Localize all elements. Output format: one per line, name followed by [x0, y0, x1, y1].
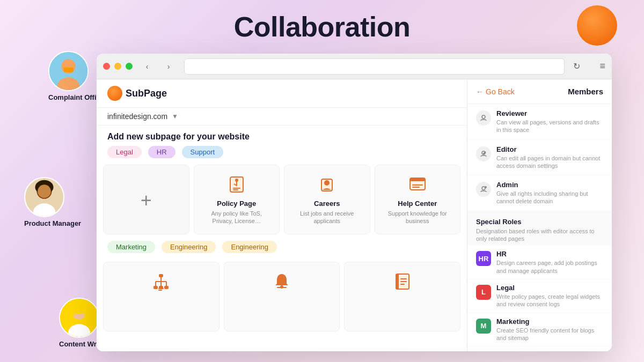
menu-button[interactable]: ≡ — [599, 61, 605, 72]
browser-content: SubPage infinitedesign.com ▼ Add new sub… — [97, 79, 612, 351]
traffic-light-red[interactable] — [103, 63, 110, 70]
marketing-desc: Create SEO friendly content for blogs an… — [496, 327, 603, 342]
svg-rect-25 — [159, 274, 163, 277]
editor-desc: Can edit all pages in domain but cannot … — [496, 154, 603, 170]
legal-icon: L — [476, 285, 491, 300]
hr-icon: HR — [476, 251, 491, 266]
hr-name: HR — [496, 250, 603, 258]
svg-rect-26 — [153, 286, 158, 289]
browser-chrome: ‹ › ↻ ≡ — [97, 54, 612, 79]
special-roles-header: Special Roles Designation based roles wi… — [467, 211, 612, 246]
engineering-info: Engineering List product updates, showca… — [496, 351, 603, 351]
svg-rect-40 — [396, 274, 399, 289]
special-role-hr[interactable]: HR HR Design careers page, add job posti… — [467, 246, 612, 279]
traffic-light-yellow[interactable] — [114, 63, 121, 70]
admin-icon — [476, 182, 491, 197]
plus-icon: + — [141, 189, 152, 212]
browser-window: ‹ › ↻ ≡ SubPage infinitedesign.com ▼ — [97, 54, 612, 351]
helpcenter-page-card[interactable]: Help Center Support knowledge for busine… — [375, 165, 461, 234]
helpcenter-card-desc: Support knowledge for business — [382, 210, 454, 225]
tab-hr[interactable]: HR — [148, 146, 175, 158]
browser-back-button[interactable]: ‹ — [140, 60, 154, 73]
marketing-name: Marketing — [496, 317, 603, 326]
org-page-card[interactable] — [103, 262, 219, 331]
editor-name: Editor — [496, 145, 603, 153]
svg-point-47 — [485, 186, 487, 188]
logo-text: SubPage — [126, 88, 167, 99]
tab-engineering-1[interactable]: Engineering — [162, 241, 216, 253]
tab-legal[interactable]: Legal — [107, 146, 142, 158]
reviewer-name: Reviewer — [496, 109, 603, 117]
special-role-engineering[interactable]: E Engineering List product updates, show… — [467, 346, 612, 351]
svg-rect-18 — [233, 189, 238, 190]
page-grid-row1: + Policy Page Any policy like — [97, 162, 467, 237]
hr-desc: Design careers page, add job postings an… — [496, 259, 603, 275]
go-back-button[interactable]: ← Go Back — [476, 87, 515, 96]
go-back-label: Go Back — [486, 87, 515, 96]
legal-desc: Write policy pages, create legal widgets… — [496, 293, 603, 308]
marketing-info: Marketing Create SEO friendly content fo… — [496, 317, 603, 342]
page-grid-row2 — [97, 260, 467, 334]
special-role-legal[interactable]: L Legal Write policy pages, create legal… — [467, 279, 612, 313]
subpage-header: SubPage — [97, 79, 467, 108]
members-title: Members — [568, 87, 603, 96]
add-subpage-title: Add new subpage for your website — [97, 125, 467, 146]
editor-info: Editor Can edit all pages in domain but … — [496, 145, 603, 170]
reviewer-desc: Can view all pages, versions and drafts … — [496, 119, 603, 134]
traffic-light-green[interactable] — [126, 63, 133, 70]
browser-forward-button[interactable]: › — [162, 60, 175, 73]
bell-icon — [271, 271, 292, 292]
svg-rect-24 — [412, 187, 420, 188]
domain-name: infinitedesign.com — [107, 112, 167, 121]
careers-card-desc: List jobs and receive applicants — [291, 210, 363, 225]
book-page-card[interactable] — [344, 262, 460, 331]
svg-point-16 — [235, 179, 238, 182]
policy-page-card[interactable]: Policy Page Any policy like ToS, Privacy… — [194, 165, 280, 234]
hr-info: HR Design careers page, add job postings… — [496, 250, 603, 275]
bell-page-card[interactable] — [224, 262, 340, 331]
svg-point-7 — [38, 184, 51, 198]
policy-icon — [226, 174, 247, 195]
svg-point-12 — [68, 309, 74, 319]
helpcenter-icon — [407, 174, 428, 195]
category-tabs-row2: Marketing Engineering Engineering — [97, 237, 467, 255]
domain-filter-icon[interactable]: ▼ — [172, 113, 178, 120]
svg-point-20 — [324, 180, 330, 186]
address-bar[interactable] — [184, 58, 565, 75]
svg-rect-23 — [412, 184, 423, 186]
role-admin[interactable]: Admin Give all rights including sharing … — [467, 175, 612, 211]
svg-rect-34 — [158, 288, 164, 289]
reload-button[interactable]: ↻ — [573, 61, 580, 71]
org-icon — [150, 271, 172, 292]
admin-name: Admin — [496, 181, 603, 189]
svg-rect-38 — [277, 287, 287, 288]
engineering-name: Engineering — [496, 351, 603, 351]
tab-marketing[interactable]: Marketing — [107, 241, 155, 253]
svg-point-44 — [482, 115, 485, 119]
tab-support[interactable]: Support — [182, 146, 224, 158]
product-manager-label: Product Manager — [24, 219, 81, 227]
tab-engineering-2[interactable]: Engineering — [222, 241, 276, 253]
logo-icon — [107, 86, 122, 101]
helpcenter-card-title: Help Center — [398, 200, 437, 208]
role-reviewer[interactable]: Reviewer Can view all pages, versions an… — [467, 104, 612, 140]
svg-rect-22 — [410, 178, 425, 181]
svg-rect-17 — [233, 188, 240, 189]
editor-icon — [476, 146, 491, 161]
careers-icon — [316, 174, 338, 195]
policy-card-title: Policy Page — [217, 200, 256, 208]
special-role-marketing[interactable]: M Marketing Create SEO friendly content … — [467, 313, 612, 347]
page-title: Collaboration — [0, 0, 644, 43]
subpage-logo: SubPage — [107, 86, 167, 101]
admin-desc: Give all rights including sharing but ca… — [496, 190, 603, 205]
members-panel: ← Go Back Members Reviewer Can view all … — [467, 79, 612, 351]
careers-card-title: Careers — [314, 200, 340, 208]
add-page-card[interactable]: + — [103, 165, 189, 234]
admin-info: Admin Give all rights including sharing … — [496, 181, 603, 205]
avatar-product-manager: Product Manager — [24, 177, 81, 227]
marketing-icon: M — [476, 319, 491, 334]
domain-bar: infinitedesign.com ▼ — [97, 108, 467, 125]
svg-rect-28 — [164, 286, 169, 289]
careers-page-card[interactable]: Careers List jobs and receive applicants — [284, 165, 370, 234]
role-editor[interactable]: Editor Can edit all pages in domain but … — [467, 140, 612, 176]
